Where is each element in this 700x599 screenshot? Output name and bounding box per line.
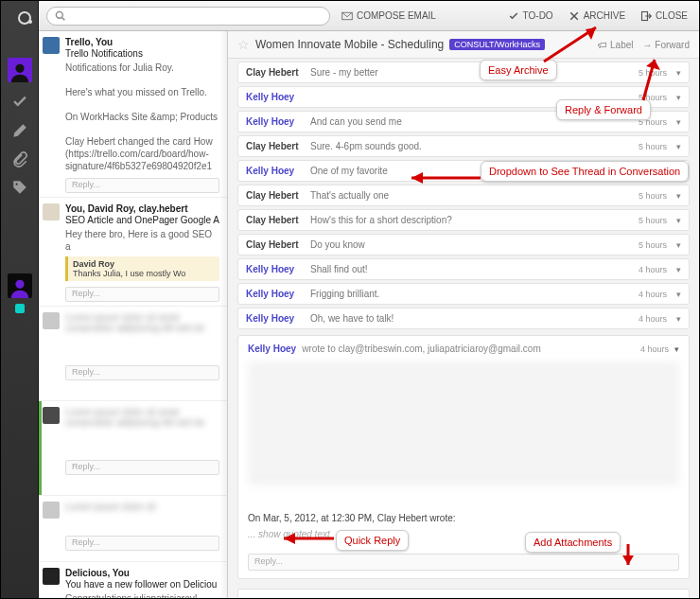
show-quoted-toggle[interactable]: ... show quoted text <box>248 529 679 539</box>
message-sender: Kelly Hoey <box>246 313 305 324</box>
message-sender: Kelly Hoey <box>246 116 305 127</box>
message-row[interactable]: Kelly HoeyOne of my favorite 5 hours▾ <box>237 160 690 182</box>
contact-avatar <box>43 312 60 329</box>
chevron-down-icon[interactable]: ▾ <box>676 142 681 151</box>
message-row[interactable]: Clay HebertSure - my better 5 hours▾ <box>237 62 690 83</box>
inline-reply[interactable]: Reply... <box>65 536 219 551</box>
attachment-icon[interactable] <box>11 150 28 167</box>
inbox-item[interactable]: Delicious, You You have a new follower o… <box>39 562 227 598</box>
message-snippet <box>310 92 633 102</box>
message-time: 5 hours <box>639 142 667 151</box>
check-icon <box>508 10 519 22</box>
pencil-icon[interactable] <box>11 122 28 139</box>
message-snippet: And can you send me <box>310 116 633 127</box>
thread-list: Clay HebertSure - my better 5 hours▾Kell… <box>228 59 699 598</box>
message-row[interactable]: Clay HebertDo you know 5 hours▾ <box>237 234 690 255</box>
svg-point-5 <box>56 11 62 18</box>
inline-reply[interactable]: Reply... <box>248 554 679 571</box>
message-row[interactable]: Clay HebertHow's this for a short descri… <box>237 209 690 231</box>
star-icon[interactable]: ☆ <box>237 37 250 52</box>
message-sender: Kelly Hoey <box>246 166 305 176</box>
message-row[interactable]: Kelly Hoey 5 hours▾ <box>237 86 690 108</box>
check-icon[interactable] <box>11 94 28 111</box>
chevron-down-icon[interactable]: ▾ <box>676 314 681 324</box>
inbox-list: Trello, You Trello Notifications Notific… <box>39 31 228 598</box>
topbar: COMPOSE EMAIL TO-DO ARCHIVE CLOSE <box>39 1 699 31</box>
message-snippet: Frigging brilliant. <box>310 289 633 299</box>
message-time: 4 hours <box>640 344 669 354</box>
reply-input[interactable] <box>248 597 679 598</box>
message-expanded: Kelly Hoeywrote to clay@tribeswin.com, j… <box>237 335 690 579</box>
conversation-header: ☆ Women Innovate Mobile - Scheduling CON… <box>228 31 699 59</box>
contact-avatar <box>43 568 60 585</box>
svg-point-3 <box>15 184 17 185</box>
subject-line: SEO Article and OnePager Google A <box>65 215 219 225</box>
message-time: 4 hours <box>639 314 667 324</box>
chevron-down-icon[interactable]: ▾ <box>676 191 681 201</box>
close-button[interactable]: CLOSE <box>637 9 691 24</box>
contact-avatar <box>43 37 60 54</box>
chevron-down-icon[interactable]: ▾ <box>676 117 681 127</box>
chevron-down-icon[interactable]: ▾ <box>676 167 681 176</box>
user-avatar[interactable] <box>8 58 32 82</box>
blurred-content <box>248 361 679 484</box>
message-snippet: Do you know <box>310 239 633 250</box>
message-sender: Kelly Hoey <box>246 289 305 299</box>
message-row[interactable]: Kelly HoeyAnd can you send me 5 hours▾ <box>237 111 690 132</box>
message-snippet: That's actually one <box>310 190 633 201</box>
message-time: 5 hours <box>639 191 667 201</box>
chevron-down-icon[interactable]: ▾ <box>676 240 681 250</box>
message-time: 5 hours <box>639 240 667 250</box>
inbox-item[interactable]: Lorem ipsum dolor sit amet consectetur a… <box>39 307 227 401</box>
forward-button[interactable]: → Forward <box>643 40 690 50</box>
body-preview: Notifications for Julia Roy. Here's what… <box>65 62 219 172</box>
subject-line: You have a new follower on Deliciou <box>65 579 219 590</box>
inbox-item[interactable]: You, David Roy, clay.hebert SEO Article … <box>39 198 227 307</box>
inline-reply[interactable]: Reply... <box>65 287 219 302</box>
message-snippet: Oh, we have to talk! <box>310 313 633 324</box>
message-time: 5 hours <box>639 93 667 102</box>
message-row[interactable]: Clay HebertThat's actually one 5 hours▾ <box>237 185 690 206</box>
inline-reply[interactable]: Reply... <box>65 365 219 380</box>
exit-icon <box>640 10 652 22</box>
message-snippet: How's this for a short description? <box>310 215 633 225</box>
chevron-down-icon[interactable]: ▾ <box>676 68 681 78</box>
quoted-reply: David Roy Thanks Julia, I use mostly Wo <box>65 256 219 281</box>
chevron-down-icon[interactable]: ▾ <box>676 93 681 102</box>
search-input[interactable] <box>71 10 322 22</box>
contact-avatar <box>43 203 60 220</box>
message-time: 4 hours <box>639 265 667 274</box>
message-row[interactable]: Clay HebertSure. 4-6pm sounds good. 5 ho… <box>237 135 690 157</box>
from-line: Trello, You <box>65 37 219 47</box>
inbox-item[interactable]: Lorem ipsum dolor sit amet consectetur a… <box>39 401 227 496</box>
message-sender: Kelly Hoey <box>246 92 305 102</box>
tag-icon[interactable] <box>11 179 28 196</box>
inline-reply[interactable]: Reply... <box>65 178 219 193</box>
search-box[interactable] <box>46 7 330 26</box>
secondary-avatar[interactable] <box>8 273 32 298</box>
chevron-down-icon[interactable]: ▾ <box>676 265 681 274</box>
message-time: 4 hours <box>639 290 667 299</box>
conversation-pane: ☆ Women Innovate Mobile - Scheduling CON… <box>228 31 699 598</box>
message-row[interactable]: Kelly HoeyOh, we have to talk! 4 hours▾ <box>237 308 690 329</box>
chevron-down-icon[interactable]: ▾ <box>676 290 681 299</box>
message-time: 5 hours <box>639 68 667 78</box>
compose-button[interactable]: COMPOSE EMAIL <box>338 9 440 24</box>
todo-button[interactable]: TO-DO <box>504 9 557 24</box>
contact-avatar <box>43 502 60 519</box>
quote-header: On Mar, 5, 2012, at 12:30 PM, Clay Heber… <box>248 513 679 523</box>
archive-button[interactable]: ARCHIVE <box>565 9 629 24</box>
message-sender: Clay Hebert <box>246 141 305 151</box>
chevron-down-icon[interactable]: ▾ <box>676 216 681 225</box>
message-row[interactable]: Kelly HoeyFrigging brilliant. 4 hours▾ <box>237 283 690 305</box>
envelope-icon <box>341 10 353 22</box>
inbox-item[interactable]: Lorem ipsum dolor sit Reply... <box>39 496 227 562</box>
message-row[interactable]: Kelly HoeyShall find out! 4 hours▾ <box>237 258 690 280</box>
inbox-item[interactable]: Trello, You Trello Notifications Notific… <box>39 31 227 198</box>
message-recipients: wrote to clay@tribeswin.com, juliapatric… <box>302 344 541 354</box>
label-badge: CONSULT/WorkHacks <box>449 39 545 50</box>
subject-line: Trello Notifications <box>65 48 219 59</box>
chevron-down-icon[interactable]: ▾ <box>674 344 679 354</box>
inline-reply[interactable]: Reply... <box>65 460 219 475</box>
label-button[interactable]: 🏷 Label <box>598 40 633 50</box>
